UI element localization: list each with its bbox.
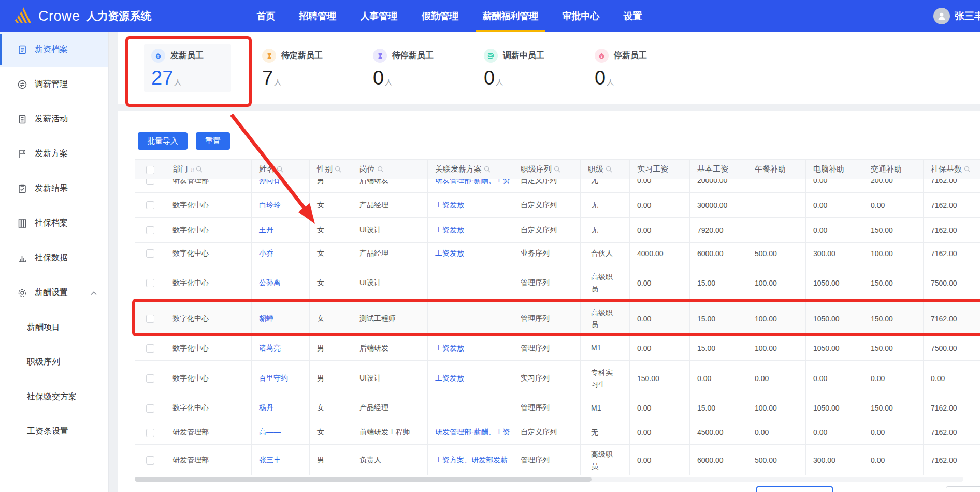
row-checkbox[interactable] — [146, 226, 154, 234]
search-icon[interactable] — [377, 166, 384, 173]
row-checkbox[interactable] — [146, 456, 154, 465]
sidebar-item-发薪活动[interactable]: 发薪活动 — [0, 102, 108, 136]
row-checkbox-cell[interactable] — [135, 193, 165, 218]
nav-item-招聘管理[interactable]: 招聘管理 — [287, 0, 349, 32]
social-base-cell: 7162.00 — [924, 193, 980, 218]
plan-link[interactable]: 工资发放 — [428, 361, 513, 396]
pagination-size-select[interactable] — [946, 486, 980, 492]
name-link[interactable]: 百里守约 — [252, 361, 310, 396]
dept-cell: 数字化中心 — [165, 302, 252, 336]
row-checkbox-cell[interactable] — [135, 420, 165, 445]
plan-link[interactable]: 研发管理部-薪酬、工资 — [428, 420, 513, 445]
nav-item-审批中心[interactable]: 审批中心 — [551, 0, 612, 32]
plan-link[interactable]: 工资发放 — [428, 193, 513, 218]
row-checkbox[interactable] — [146, 315, 154, 323]
nav-item-首页[interactable]: 首页 — [245, 0, 287, 32]
search-icon[interactable] — [964, 166, 971, 173]
row-checkbox[interactable] — [146, 249, 154, 258]
table-body-viewport[interactable]: 研发管理部孙尚香男后端研发研发管理部-薪酬、工资自定义序列无0.0020000.… — [135, 179, 980, 475]
row-checkbox-cell[interactable] — [135, 361, 165, 396]
row-checkbox[interactable] — [146, 374, 154, 383]
sidebar-item-工资条设置[interactable]: 工资条设置 — [0, 414, 108, 449]
plan-link[interactable]: 工资发放 — [428, 243, 513, 264]
sidebar-item-label: 薪资档案 — [35, 44, 68, 55]
batch-import-button[interactable]: 批量导入 — [138, 132, 188, 150]
sidebar-item-label: 社保数据 — [35, 252, 68, 263]
app-title: 人力资源系统 — [87, 9, 152, 23]
row-checkbox-cell[interactable] — [135, 218, 165, 243]
intern-salary-cell: 0.00 — [630, 396, 690, 420]
stat-card-待定薪员工[interactable]: 待定薪员工7人 — [255, 44, 342, 92]
horizontal-scrollbar-thumb[interactable] — [135, 477, 592, 482]
reset-button[interactable]: 重置 — [196, 132, 230, 150]
row-checkbox-cell[interactable] — [135, 396, 165, 420]
sidebar-item-薪酬设置[interactable]: 薪酬设置 — [0, 275, 108, 310]
plan-link[interactable]: 工资发放 — [428, 218, 513, 243]
name-link[interactable]: 白玲玲 — [252, 193, 310, 218]
search-icon[interactable] — [277, 166, 283, 173]
row-checkbox-cell[interactable] — [135, 445, 165, 476]
row-checkbox[interactable] — [146, 404, 154, 413]
row-checkbox[interactable] — [146, 279, 154, 287]
name-link[interactable]: 貂蝉 — [252, 302, 310, 336]
table-panel: 批量导入 重置 部门↓↑姓名性别岗位关联发薪方案职级序列职级实习工资基本工资午餐… — [118, 111, 980, 492]
sidebar-item-发薪结果[interactable]: 发薪结果 — [0, 171, 108, 206]
row-checkbox-cell[interactable] — [135, 179, 165, 193]
search-icon[interactable] — [335, 166, 341, 173]
table-row-小乔: 数字化中心小乔女产品经理工资发放业务序列合伙人4000.006000.00500… — [135, 243, 980, 264]
row-checkbox-cell[interactable] — [135, 336, 165, 361]
sidebar-item-社保缴交方案[interactable]: 社保缴交方案 — [0, 379, 108, 414]
plan-link[interactable]: 工资发放 — [428, 336, 513, 361]
sidebar-item-薪资档案[interactable]: 薪资档案 — [0, 32, 108, 67]
search-icon[interactable] — [554, 166, 560, 173]
stat-card-unit: 人 — [607, 78, 614, 86]
stat-card-发薪员工[interactable]: ¥发薪员工27人 — [144, 44, 231, 92]
search-icon[interactable] — [606, 166, 612, 173]
nav-item-设置[interactable]: 设置 — [612, 0, 654, 32]
sidebar-item-调薪管理[interactable]: 调薪管理 — [0, 67, 108, 102]
plan-link[interactable]: 工资方案、研发部发薪 — [428, 445, 513, 476]
pagination-control[interactable] — [756, 486, 833, 492]
sidebar-item-薪酬项目[interactable]: 薪酬项目 — [0, 310, 108, 345]
column-header-岗位: 岗位 — [352, 160, 428, 179]
clipboard-check-icon — [17, 184, 27, 194]
name-link[interactable]: 杨丹 — [252, 396, 310, 420]
name-link[interactable]: 小乔 — [252, 243, 310, 264]
name-link[interactable]: 王丹 — [252, 218, 310, 243]
sidebar-item-发薪方案[interactable]: 发薪方案 — [0, 136, 108, 171]
sidebar-item-职级序列[interactable]: 职级序列 — [0, 345, 108, 379]
nav-item-假勤管理[interactable]: 假勤管理 — [410, 0, 471, 32]
stat-card-调薪中员工[interactable]: 调薪中员工0人 — [477, 44, 564, 92]
base-salary-cell: 30000.00 — [690, 193, 747, 218]
name-link[interactable]: 诸葛亮 — [252, 336, 310, 361]
search-icon[interactable] — [196, 166, 203, 173]
sidebar-item-社保数据[interactable]: 社保数据 — [0, 241, 108, 275]
intern-salary-cell: 0.00 — [630, 193, 690, 218]
computer-allowance-cell: 0.00 — [806, 193, 863, 218]
nav-item-薪酬福利管理[interactable]: 薪酬福利管理 — [471, 0, 551, 32]
plan-link[interactable]: 研发管理部-薪酬、工资 — [428, 179, 513, 193]
stat-card-停薪员工[interactable]: ¥停薪员工0人 — [587, 44, 674, 92]
sidebar-item-社保档案[interactable]: 社保档案 — [0, 206, 108, 241]
row-checkbox[interactable] — [146, 344, 154, 353]
row-checkbox-cell[interactable] — [135, 264, 165, 302]
row-checkbox[interactable] — [146, 429, 154, 437]
name-link[interactable]: 张三丰 — [252, 445, 310, 476]
employee-table: 部门↓↑姓名性别岗位关联发薪方案职级序列职级实习工资基本工资午餐补助电脑补助交通… — [135, 159, 980, 475]
row-checkbox-cell[interactable] — [135, 243, 165, 264]
name-link[interactable]: 公孙离 — [252, 264, 310, 302]
sort-icon[interactable]: ↓↑ — [190, 166, 194, 173]
search-icon[interactable] — [484, 166, 491, 173]
series-cell: 管理序列 — [513, 264, 581, 302]
name-link[interactable]: 孙尚香 — [252, 179, 310, 193]
stat-card-待停薪员工[interactable]: 待停薪员工0人 — [366, 44, 453, 92]
row-checkbox[interactable] — [146, 179, 154, 185]
name-link[interactable]: 高—— — [252, 420, 310, 445]
select-all-checkbox[interactable] — [146, 166, 154, 174]
series-cell: 管理序列 — [513, 396, 581, 420]
nav-item-人事管理[interactable]: 人事管理 — [349, 0, 410, 32]
series-cell: 自定义序列 — [513, 420, 581, 445]
row-checkbox[interactable] — [146, 201, 154, 209]
user-menu[interactable]: 张三丰 — [933, 0, 980, 32]
row-checkbox-cell[interactable] — [135, 302, 165, 336]
